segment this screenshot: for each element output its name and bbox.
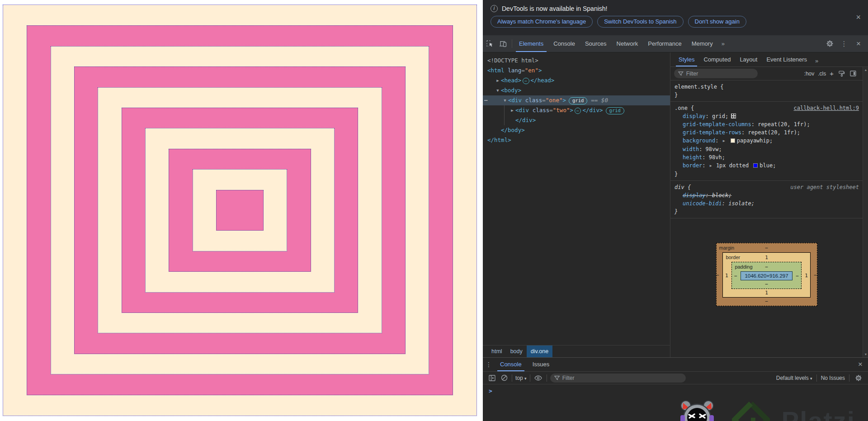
code-token: </div> (582, 107, 603, 114)
sidebar-more-tabs-chevron[interactable]: » (811, 52, 822, 66)
css-property-unicode-bidi[interactable]: unicode-bidi: isolate; (675, 199, 863, 208)
tree-row-7[interactable]: </div> (483, 115, 670, 125)
clear-console-icon[interactable] (500, 374, 509, 381)
shorthand-expand-icon[interactable]: ▶ (723, 137, 725, 145)
css-property-grid-template-rows[interactable]: grid-template-rows: repeat(20, 1fr); (675, 128, 863, 137)
rule-selector[interactable]: user agent stylesheetdiv { (675, 183, 863, 191)
tab-console[interactable]: Console (548, 35, 580, 52)
default-levels-dropdown[interactable]: Default levels ▾ (776, 375, 812, 381)
color-swatch[interactable] (731, 138, 735, 143)
breadcrumb-body[interactable]: body (506, 345, 527, 357)
code-token: "two" (553, 107, 570, 114)
chevron-right-icon[interactable]: ▶ (495, 76, 501, 85)
tree-row-2[interactable]: <html lang="en"> (483, 66, 670, 76)
cls-toggle[interactable]: .cls (818, 71, 826, 77)
tab-elements[interactable]: Elements (514, 35, 548, 52)
css-property-background[interactable]: background: ▶ papayawhip; (675, 137, 863, 145)
console-sidebar-toggle-icon[interactable] (487, 375, 496, 381)
code-token: </head> (531, 77, 555, 84)
scroll-down-icon[interactable]: ▼ (863, 353, 868, 356)
inspect-element-icon[interactable] (483, 35, 496, 52)
stylesheet-link[interactable]: callback-hell.html:9 (794, 104, 859, 112)
shorthand-expand-icon[interactable]: ▶ (710, 162, 712, 170)
devtools-panel: i DevTools is now available in Spanish! … (483, 0, 868, 421)
box-model-margin[interactable]: margin−−border11padding−−1046.620×916.29… (716, 243, 817, 306)
rule-selector[interactable]: element.style { (675, 83, 863, 91)
sidebar-tab-computed[interactable]: Computed (699, 52, 735, 66)
chevron-down-icon[interactable]: ▼ (495, 85, 501, 95)
styles-filter[interactable] (674, 69, 758, 78)
dock-sidebar-icon[interactable] (849, 71, 857, 76)
device-toolbar-icon[interactable] (496, 35, 510, 52)
drawer-tab-console[interactable]: Console (495, 358, 527, 371)
notification-close-icon[interactable]: × (856, 13, 861, 22)
adorner-dots-icon[interactable]: ⋯ (484, 95, 488, 105)
css-property-display[interactable]: display: block; (675, 191, 863, 199)
new-style-rule-icon[interactable]: + (830, 70, 834, 77)
kebab-menu-icon[interactable]: ⋮ (837, 40, 851, 48)
tree-row-9[interactable]: </html> (483, 135, 670, 145)
settings-gear-icon[interactable] (823, 40, 836, 47)
notification-button-2[interactable]: Switch DevTools to Spanish (597, 16, 683, 28)
execution-context-selector[interactable]: top ▾ (515, 375, 527, 381)
sidebar-tab-layout[interactable]: Layout (735, 52, 762, 66)
grid-badge[interactable]: grid (569, 97, 587, 104)
breadcrumb-div-one[interactable]: div.one (527, 345, 552, 357)
rule-selector[interactable]: callback-hell.html:9.one { (675, 104, 863, 112)
devtools-close-icon[interactable]: × (852, 39, 865, 48)
grid-badge[interactable]: grid (606, 107, 624, 114)
styles-scrollbar[interactable]: ▲ ▼ (863, 67, 868, 357)
tab-sources[interactable]: Sources (580, 35, 612, 52)
console-filter-input[interactable] (562, 375, 682, 381)
grid-editor-icon[interactable] (731, 114, 736, 118)
css-property-width[interactable]: width: 98vw; (675, 145, 863, 153)
hov-toggle[interactable]: :hov (804, 71, 815, 77)
color-swatch[interactable] (753, 163, 758, 168)
tree-row-1[interactable]: <!DOCTYPE html> (483, 56, 670, 66)
console-filter[interactable] (550, 374, 686, 383)
console-settings-gear-icon[interactable] (854, 374, 863, 382)
drawer-close-icon[interactable]: × (853, 358, 868, 371)
drawer-tab-issues[interactable]: Issues (527, 358, 555, 371)
rule-close-brace: } (675, 170, 863, 178)
sidebar-tab-event-listeners[interactable]: Event Listeners (762, 52, 811, 66)
chevron-right-icon[interactable]: ▶ (509, 105, 515, 115)
platzi-watermark-text: Platzi (782, 406, 856, 421)
notification-button-1[interactable]: Always match Chrome's language (491, 16, 593, 28)
sidebar-tab-styles[interactable]: Styles (674, 52, 699, 66)
drawer-kebab-menu-icon[interactable]: ⋮ (483, 358, 495, 371)
chevron-down-icon[interactable]: ▼ (502, 95, 508, 105)
expand-ellipsis-icon[interactable]: … (523, 78, 529, 84)
css-property-height[interactable]: height: 98vh; (675, 153, 863, 161)
tab-memory[interactable]: Memory (687, 35, 718, 52)
box-model-content[interactable]: 1046.620×916.297 (741, 271, 792, 280)
box-model-padding[interactable]: padding−−1046.620×916.297−− (731, 262, 801, 289)
code-token: class (533, 107, 550, 114)
css-property-border[interactable]: border: ▶ 1px dotted blue; (675, 161, 863, 170)
code-token: > (570, 107, 573, 114)
paint-brush-icon[interactable] (837, 71, 845, 77)
scroll-up-icon[interactable]: ▲ (863, 68, 868, 71)
dropdown-caret-icon: ▾ (810, 376, 812, 381)
expand-ellipsis-icon[interactable]: … (575, 108, 581, 114)
tree-row-3[interactable]: ▶<head>…</head> (483, 76, 670, 85)
css-rule-3: user agent stylesheetdiv {display: block… (670, 181, 863, 218)
more-tabs-chevron[interactable]: » (718, 35, 728, 52)
notification-button-3[interactable]: Don't show again (688, 16, 746, 28)
breadcrumb-html[interactable]: html (487, 345, 506, 357)
tree-row-4[interactable]: ▼<body> (483, 85, 670, 95)
tree-row-8[interactable]: </body> (483, 125, 670, 135)
issues-counter[interactable]: No Issues (821, 375, 845, 381)
tree-row-6[interactable]: ▶<div class="two">…</div>grid (483, 105, 670, 115)
box-model-border[interactable]: border11padding−−1046.620×916.297−−11 (722, 252, 810, 298)
console-prompt-chevron[interactable]: > (489, 388, 492, 394)
code-token: </body> (501, 127, 525, 133)
code-token: class (525, 97, 542, 104)
live-expression-eye-icon[interactable] (533, 375, 543, 381)
tree-row-5[interactable]: ⋯▼<div class="one">grid== $0 (483, 95, 670, 105)
tab-network[interactable]: Network (612, 35, 643, 52)
css-property-display[interactable]: display: grid; (675, 112, 863, 120)
css-property-grid-template-columns[interactable]: grid-template-columns: repeat(20, 1fr); (675, 120, 863, 128)
tab-performance[interactable]: Performance (643, 35, 686, 52)
styles-filter-input[interactable] (686, 71, 754, 77)
